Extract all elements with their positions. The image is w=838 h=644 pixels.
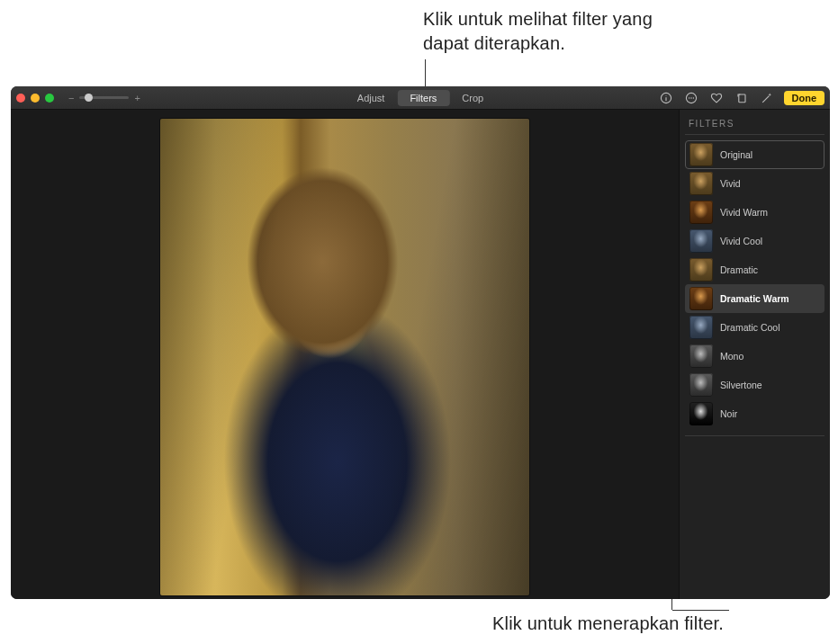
filter-row-noir[interactable]: Noir <box>685 399 824 428</box>
annotation-top: Klik untuk melihat filter yang dapat dit… <box>423 7 693 56</box>
svg-rect-7 <box>738 94 744 103</box>
filter-thumb <box>689 258 713 282</box>
content-area: FILTERS OriginalVividVivid WarmVivid Coo… <box>11 110 830 599</box>
tab-adjust[interactable]: Adjust <box>345 90 398 106</box>
callout-line <box>672 610 729 611</box>
filter-label: Vivid <box>720 178 741 189</box>
auto-enhance-icon[interactable] <box>759 90 775 106</box>
zoom-in-button[interactable]: + <box>134 93 140 103</box>
filters-sidebar: FILTERS OriginalVividVivid WarmVivid Coo… <box>679 110 830 599</box>
window-controls <box>16 94 54 103</box>
tab-crop[interactable]: Crop <box>449 90 496 106</box>
filter-row-dramatic[interactable]: Dramatic <box>685 255 824 284</box>
filter-label: Original <box>720 149 752 160</box>
info-icon[interactable] <box>658 90 674 106</box>
filter-thumb <box>689 402 713 425</box>
more-icon[interactable] <box>683 90 699 106</box>
close-window-button[interactable] <box>16 94 25 103</box>
filter-label: Mono <box>720 351 743 362</box>
right-tools: Done <box>658 90 825 106</box>
zoom-out-button[interactable]: − <box>68 93 74 103</box>
filter-row-vivid-cool[interactable]: Vivid Cool <box>685 227 824 255</box>
divider <box>685 435 824 436</box>
filter-row-original[interactable]: Original <box>685 140 824 169</box>
zoom-controls: − + <box>68 93 140 103</box>
filter-label: Vivid Cool <box>720 236 762 246</box>
filter-thumb <box>689 373 713 397</box>
filter-label: Silvertone <box>720 380 762 390</box>
filter-thumb <box>689 201 713 224</box>
filter-row-mono[interactable]: Mono <box>685 342 824 371</box>
filter-label: Vivid Warm <box>720 207 768 218</box>
filter-row-dramatic-warm[interactable]: Dramatic Warm <box>685 284 824 313</box>
filter-thumb <box>689 229 713 253</box>
sidebar-title: FILTERS <box>685 117 824 135</box>
svg-point-4 <box>688 97 689 98</box>
filter-label: Noir <box>720 408 737 419</box>
rotate-icon[interactable] <box>734 90 750 106</box>
tab-filters[interactable]: Filters <box>397 90 449 106</box>
done-button[interactable]: Done <box>784 91 825 105</box>
edit-mode-tabs: Adjust Filters Crop <box>345 90 496 106</box>
filter-list: OriginalVividVivid WarmVivid CoolDramati… <box>685 140 824 428</box>
svg-point-2 <box>665 94 666 95</box>
svg-point-6 <box>692 97 693 98</box>
favorite-icon[interactable] <box>708 90 725 106</box>
filter-thumb <box>689 316 713 339</box>
filter-label: Dramatic Cool <box>720 322 780 333</box>
filter-label: Dramatic <box>720 264 758 275</box>
annotation-bottom: Klik untuk menerapkan filter. <box>427 612 724 636</box>
filter-thumb <box>689 172 713 195</box>
svg-point-5 <box>690 97 691 98</box>
toolbar: − + Adjust Filters Crop Do <box>11 86 830 110</box>
filter-row-vivid-warm[interactable]: Vivid Warm <box>685 198 824 227</box>
main-photo[interactable] <box>160 119 529 595</box>
filter-label: Dramatic Warm <box>720 293 789 304</box>
filter-row-vivid[interactable]: Vivid <box>685 169 824 198</box>
minimize-window-button[interactable] <box>31 94 40 103</box>
zoom-slider[interactable] <box>79 96 129 99</box>
app-window: − + Adjust Filters Crop Do <box>11 86 830 599</box>
filter-thumb <box>689 344 713 368</box>
filter-thumb <box>689 287 713 310</box>
filter-thumb <box>689 143 713 166</box>
filter-row-silvertone[interactable]: Silvertone <box>685 371 824 399</box>
photo-canvas <box>11 110 679 599</box>
filter-row-dramatic-cool[interactable]: Dramatic Cool <box>685 313 824 342</box>
fullscreen-window-button[interactable] <box>45 94 54 103</box>
